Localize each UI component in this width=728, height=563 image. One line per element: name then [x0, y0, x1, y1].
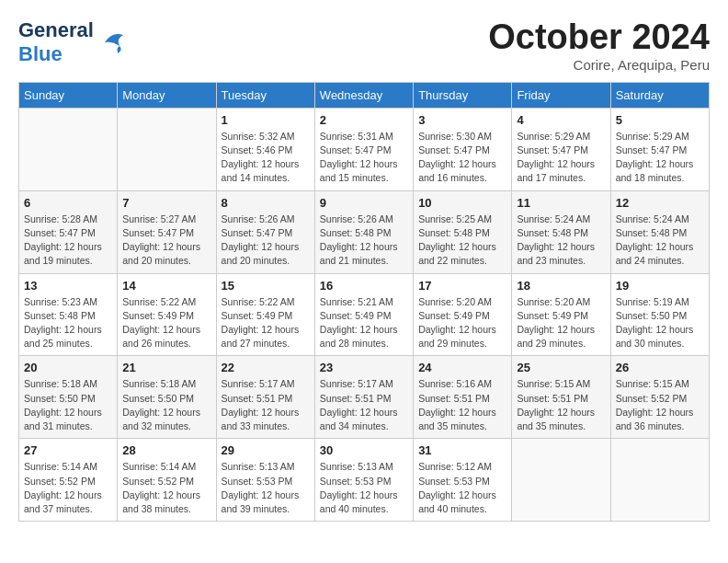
weekday-header-monday: Monday	[118, 82, 216, 108]
logo-blue-label: Blue	[18, 42, 63, 65]
calendar-header: SundayMondayTuesdayWednesdayThursdayFrid…	[19, 82, 710, 108]
calendar-cell	[512, 439, 610, 522]
logo-general-text: General Blue	[18, 18, 94, 66]
day-number: 25	[517, 361, 605, 374]
day-number: 20	[24, 361, 112, 374]
day-number: 31	[418, 443, 506, 457]
day-info: Sunrise: 5:15 AM Sunset: 5:51 PM Dayligh…	[517, 377, 605, 433]
calendar-cell: 27Sunrise: 5:14 AM Sunset: 5:52 PM Dayli…	[19, 439, 118, 522]
logo-bird-icon	[97, 28, 127, 57]
weekday-header-saturday: Saturday	[610, 82, 709, 108]
day-info: Sunrise: 5:26 AM Sunset: 5:47 PM Dayligh…	[222, 213, 310, 269]
weekday-header-tuesday: Tuesday	[216, 82, 314, 108]
calendar-cell: 1Sunrise: 5:32 AM Sunset: 5:46 PM Daylig…	[216, 108, 314, 190]
day-number: 4	[517, 113, 605, 127]
calendar-cell: 31Sunrise: 5:12 AM Sunset: 5:53 PM Dayli…	[414, 439, 512, 522]
day-number: 17	[418, 279, 506, 293]
day-number: 5	[616, 113, 704, 127]
day-number: 13	[24, 279, 112, 293]
weekday-header-sunday: Sunday	[19, 82, 118, 108]
day-info: Sunrise: 5:19 AM Sunset: 5:50 PM Dayligh…	[616, 295, 704, 351]
calendar-cell: 28Sunrise: 5:14 AM Sunset: 5:52 PM Dayli…	[118, 439, 216, 522]
day-info: Sunrise: 5:31 AM Sunset: 5:47 PM Dayligh…	[320, 130, 408, 186]
calendar-cell: 29Sunrise: 5:13 AM Sunset: 5:53 PM Dayli…	[216, 439, 314, 522]
logo: General Blue	[18, 18, 127, 66]
calendar-week-row: 6Sunrise: 5:28 AM Sunset: 5:47 PM Daylig…	[19, 190, 710, 273]
day-info: Sunrise: 5:16 AM Sunset: 5:51 PM Dayligh…	[418, 377, 506, 433]
day-number: 10	[418, 196, 506, 210]
calendar-cell: 11Sunrise: 5:24 AM Sunset: 5:48 PM Dayli…	[512, 190, 610, 273]
weekday-header-thursday: Thursday	[414, 82, 512, 108]
day-info: Sunrise: 5:24 AM Sunset: 5:48 PM Dayligh…	[616, 213, 704, 269]
calendar-week-row: 1Sunrise: 5:32 AM Sunset: 5:46 PM Daylig…	[19, 108, 710, 190]
weekday-header-row: SundayMondayTuesdayWednesdayThursdayFrid…	[19, 82, 710, 108]
day-info: Sunrise: 5:20 AM Sunset: 5:49 PM Dayligh…	[517, 295, 605, 351]
calendar-cell	[19, 108, 118, 190]
page-header: General Blue October 2024 Corire, Arequi…	[18, 18, 710, 73]
day-info: Sunrise: 5:29 AM Sunset: 5:47 PM Dayligh…	[517, 130, 605, 186]
calendar-cell: 3Sunrise: 5:30 AM Sunset: 5:47 PM Daylig…	[414, 108, 512, 190]
day-number: 11	[517, 196, 605, 210]
day-info: Sunrise: 5:25 AM Sunset: 5:48 PM Dayligh…	[418, 213, 506, 269]
day-info: Sunrise: 5:21 AM Sunset: 5:49 PM Dayligh…	[320, 295, 408, 351]
day-info: Sunrise: 5:17 AM Sunset: 5:51 PM Dayligh…	[222, 377, 310, 433]
calendar-cell: 16Sunrise: 5:21 AM Sunset: 5:49 PM Dayli…	[314, 273, 413, 356]
calendar-cell: 23Sunrise: 5:17 AM Sunset: 5:51 PM Dayli…	[314, 356, 413, 439]
calendar-cell: 17Sunrise: 5:20 AM Sunset: 5:49 PM Dayli…	[414, 273, 512, 356]
weekday-header-friday: Friday	[512, 82, 610, 108]
calendar-cell: 30Sunrise: 5:13 AM Sunset: 5:53 PM Dayli…	[314, 439, 413, 522]
day-info: Sunrise: 5:26 AM Sunset: 5:48 PM Dayligh…	[320, 213, 408, 269]
day-number: 21	[122, 361, 210, 374]
day-info: Sunrise: 5:15 AM Sunset: 5:52 PM Dayligh…	[616, 377, 704, 433]
day-info: Sunrise: 5:12 AM Sunset: 5:53 PM Dayligh…	[418, 460, 506, 516]
calendar-cell: 24Sunrise: 5:16 AM Sunset: 5:51 PM Dayli…	[414, 356, 512, 439]
day-number: 23	[320, 361, 408, 374]
day-info: Sunrise: 5:32 AM Sunset: 5:46 PM Dayligh…	[222, 130, 310, 186]
calendar-cell: 18Sunrise: 5:20 AM Sunset: 5:49 PM Dayli…	[512, 273, 610, 356]
day-number: 27	[24, 443, 112, 457]
calendar-cell: 21Sunrise: 5:18 AM Sunset: 5:50 PM Dayli…	[118, 356, 216, 439]
day-info: Sunrise: 5:30 AM Sunset: 5:47 PM Dayligh…	[418, 130, 506, 186]
day-number: 24	[418, 361, 506, 374]
calendar-cell: 15Sunrise: 5:22 AM Sunset: 5:49 PM Dayli…	[216, 273, 314, 356]
day-number: 8	[222, 196, 310, 210]
calendar-cell: 12Sunrise: 5:24 AM Sunset: 5:48 PM Dayli…	[610, 190, 709, 273]
location-subtitle: Corire, Arequipa, Peru	[488, 57, 710, 73]
day-number: 2	[320, 113, 408, 127]
calendar-cell: 2Sunrise: 5:31 AM Sunset: 5:47 PM Daylig…	[314, 108, 413, 190]
day-info: Sunrise: 5:24 AM Sunset: 5:48 PM Dayligh…	[517, 213, 605, 269]
calendar-cell: 25Sunrise: 5:15 AM Sunset: 5:51 PM Dayli…	[512, 356, 610, 439]
weekday-header-wednesday: Wednesday	[314, 82, 413, 108]
day-info: Sunrise: 5:27 AM Sunset: 5:47 PM Dayligh…	[122, 213, 210, 269]
day-info: Sunrise: 5:13 AM Sunset: 5:53 PM Dayligh…	[320, 460, 408, 516]
calendar-cell: 20Sunrise: 5:18 AM Sunset: 5:50 PM Dayli…	[19, 356, 118, 439]
calendar-cell	[118, 108, 216, 190]
calendar-week-row: 27Sunrise: 5:14 AM Sunset: 5:52 PM Dayli…	[19, 439, 710, 522]
day-info: Sunrise: 5:18 AM Sunset: 5:50 PM Dayligh…	[24, 377, 112, 433]
calendar-cell: 22Sunrise: 5:17 AM Sunset: 5:51 PM Dayli…	[216, 356, 314, 439]
day-number: 9	[320, 196, 408, 210]
day-info: Sunrise: 5:20 AM Sunset: 5:49 PM Dayligh…	[418, 295, 506, 351]
day-number: 16	[320, 279, 408, 293]
logo-general-label: General	[18, 18, 94, 41]
calendar-table: SundayMondayTuesdayWednesdayThursdayFrid…	[18, 82, 710, 522]
calendar-cell: 14Sunrise: 5:22 AM Sunset: 5:49 PM Dayli…	[118, 273, 216, 356]
calendar-cell: 9Sunrise: 5:26 AM Sunset: 5:48 PM Daylig…	[314, 190, 413, 273]
day-number: 28	[122, 443, 210, 457]
day-number: 12	[616, 196, 704, 210]
calendar-cell	[610, 439, 709, 522]
day-number: 7	[122, 196, 210, 210]
calendar-cell: 13Sunrise: 5:23 AM Sunset: 5:48 PM Dayli…	[19, 273, 118, 356]
month-title: October 2024	[488, 18, 710, 57]
calendar-week-row: 13Sunrise: 5:23 AM Sunset: 5:48 PM Dayli…	[19, 273, 710, 356]
day-number: 30	[320, 443, 408, 457]
day-info: Sunrise: 5:14 AM Sunset: 5:52 PM Dayligh…	[24, 460, 112, 516]
day-number: 18	[517, 279, 605, 293]
calendar-cell: 10Sunrise: 5:25 AM Sunset: 5:48 PM Dayli…	[414, 190, 512, 273]
calendar-cell: 7Sunrise: 5:27 AM Sunset: 5:47 PM Daylig…	[118, 190, 216, 273]
day-info: Sunrise: 5:22 AM Sunset: 5:49 PM Dayligh…	[122, 295, 210, 351]
day-info: Sunrise: 5:23 AM Sunset: 5:48 PM Dayligh…	[24, 295, 112, 351]
day-info: Sunrise: 5:29 AM Sunset: 5:47 PM Dayligh…	[616, 130, 704, 186]
day-number: 3	[418, 113, 506, 127]
day-number: 26	[616, 361, 704, 374]
